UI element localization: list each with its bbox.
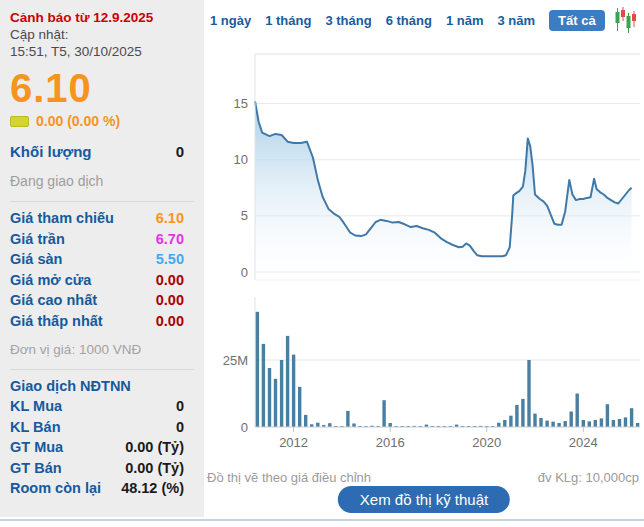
divider bbox=[10, 369, 194, 370]
range-tabs: 1 ngày1 tháng3 tháng6 tháng1 năm3 nămTất… bbox=[210, 7, 639, 33]
svg-text:2020: 2020 bbox=[472, 435, 501, 450]
range-tab-active[interactable]: Tất cả bbox=[549, 10, 605, 31]
svg-text:0: 0 bbox=[241, 420, 248, 435]
technical-chart-button[interactable]: Xem đồ thị kỹ thuật bbox=[338, 486, 510, 513]
foreign-row-buy-vol: KL Mua 0 bbox=[10, 398, 184, 419]
bottom-divider bbox=[0, 519, 644, 521]
svg-text:15: 15 bbox=[234, 96, 248, 111]
stock-info-sidebar: Cảnh báo từ 12.9.2025 Cập nhật: 15:51, T… bbox=[0, 0, 204, 517]
chart-panel: 1 ngày1 tháng3 tháng6 tháng1 năm3 nămTất… bbox=[204, 0, 644, 527]
price-row-high: Giá cao nhất 0.00 bbox=[10, 292, 184, 313]
volume-row: Khối lượng 0 bbox=[10, 143, 184, 165]
svg-text:2024: 2024 bbox=[569, 435, 598, 450]
range-tab[interactable]: 6 tháng bbox=[386, 13, 432, 28]
price-flat-icon bbox=[10, 116, 29, 127]
price-row-floor: Giá sàn 5.50 bbox=[10, 251, 184, 272]
price-row-low: Giá thấp nhất 0.00 bbox=[10, 313, 184, 334]
price-row-open: Giá mở cửa 0.00 bbox=[10, 272, 184, 293]
volume-label: Khối lượng bbox=[10, 143, 92, 160]
range-tab[interactable]: 1 năm bbox=[446, 13, 484, 28]
svg-text:2012: 2012 bbox=[279, 435, 308, 450]
price-row-ceiling: Giá trần 6.70 bbox=[10, 231, 184, 252]
foreign-section-title: Giao dịch NĐTNN bbox=[10, 378, 184, 394]
range-tab[interactable]: 1 ngày bbox=[210, 13, 251, 28]
price-row-reference: Giá tham chiếu 6.10 bbox=[10, 210, 184, 231]
updated-label: Cập nhật: bbox=[10, 27, 184, 42]
range-tab[interactable]: 1 tháng bbox=[265, 13, 311, 28]
foreign-row-sell-vol: KL Bán 0 bbox=[10, 419, 184, 440]
adjusted-price-note: Đồ thị vẽ theo giá điều chỉnh bbox=[207, 470, 371, 485]
updated-time: 15:51, T5, 30/10/2025 bbox=[10, 44, 184, 59]
range-tab[interactable]: 3 tháng bbox=[325, 13, 371, 28]
svg-text:0: 0 bbox=[241, 265, 248, 280]
price-change: 0.00 (0.00 %) bbox=[36, 113, 120, 129]
foreign-row-room-left: Room còn lại 48.12 (%) bbox=[10, 480, 184, 501]
foreign-row-sell-val: GT Bán 0.00 (Tỷ) bbox=[10, 460, 184, 481]
warning-text: Cảnh báo từ 12.9.2025 bbox=[10, 10, 184, 25]
divider bbox=[10, 201, 194, 202]
svg-text:25M: 25M bbox=[223, 353, 248, 368]
volume-unit-note: đv KLg: 10,000cp bbox=[538, 470, 639, 485]
svg-text:10: 10 bbox=[234, 152, 248, 167]
range-tab[interactable]: 3 năm bbox=[497, 13, 535, 28]
candlestick-chart-icon[interactable] bbox=[615, 7, 639, 33]
price-unit-note: Đơn vị giá: 1000 VNĐ bbox=[10, 342, 184, 357]
last-price: 6.10 bbox=[10, 67, 184, 109]
price-volume-chart[interactable]: 051015025M2012201620202024 bbox=[204, 44, 644, 460]
volume-value: 0 bbox=[176, 143, 184, 160]
price-change-row: 0.00 (0.00 %) bbox=[10, 113, 184, 129]
market-status: Đang giao dịch bbox=[10, 173, 184, 189]
stock-widget: Cảnh báo từ 12.9.2025 Cập nhật: 15:51, T… bbox=[0, 0, 644, 527]
foreign-row-buy-val: GT Mua 0.00 (Tỷ) bbox=[10, 439, 184, 460]
svg-text:2016: 2016 bbox=[376, 435, 405, 450]
svg-text:5: 5 bbox=[241, 208, 248, 223]
